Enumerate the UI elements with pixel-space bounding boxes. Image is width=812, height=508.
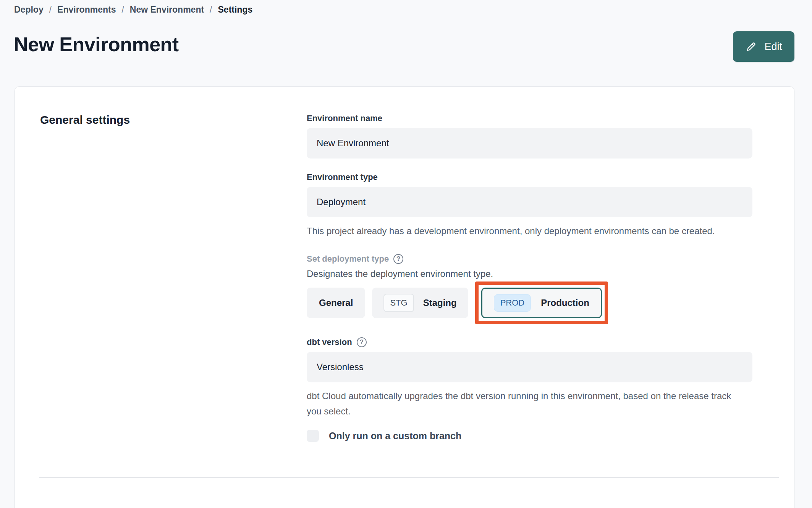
deployment-type-description: Designates the deployment environment ty… [307,269,752,279]
prod-badge: PROD [494,294,531,312]
breadcrumb: Deploy / Environments / New Environment … [14,5,252,15]
environment-name-label: Environment name [307,113,752,123]
breadcrumb-item-deploy[interactable]: Deploy [14,5,44,15]
breadcrumb-separator: / [210,5,212,15]
section-heading: General settings [40,113,307,126]
general-settings-card: General settings Environment name New En… [15,86,794,508]
environment-name-field: New Environment [307,128,752,159]
deployment-type-options: General STG Staging PROD Production [307,288,752,318]
edit-button[interactable]: Edit [733,31,794,62]
custom-branch-row: Only run on a custom branch [307,430,752,442]
deployment-type-option-production-label: Production [541,298,589,308]
environment-type-label: Environment type [307,172,752,182]
help-icon[interactable]: ? [393,254,403,264]
custom-branch-checkbox[interactable] [307,430,319,442]
pencil-icon [745,40,757,53]
dbt-version-help-text: dbt Cloud automatically upgrades the dbt… [307,388,734,419]
breadcrumb-separator: / [49,5,52,15]
deployment-type-option-staging-label: Staging [423,298,457,308]
section-divider [39,477,779,478]
deployment-type-option-general[interactable]: General [307,288,365,318]
breadcrumb-item-settings: Settings [218,5,253,15]
deployment-type-option-staging[interactable]: STG Staging [372,288,468,318]
custom-branch-label: Only run on a custom branch [329,430,461,442]
environment-type-field: Deployment [307,187,752,217]
edit-button-label: Edit [764,41,782,53]
page-title: New Environment [14,33,179,56]
staging-badge: STG [383,294,414,312]
breadcrumb-separator: / [121,5,124,15]
annotation-highlight-box: PROD Production [475,282,608,324]
help-icon[interactable]: ? [357,337,367,347]
deployment-type-option-general-label: General [319,298,353,308]
breadcrumb-item-environments[interactable]: Environments [57,5,116,15]
deployment-type-option-production[interactable]: PROD Production [481,288,602,318]
dbt-version-label: dbt version ? [307,337,752,347]
dbt-version-field: Versionless [307,352,752,382]
breadcrumb-item-new-environment[interactable]: New Environment [130,5,204,15]
environment-type-help-text: This project already has a development e… [307,223,734,239]
deployment-type-label: Set deployment type ? [307,254,752,264]
